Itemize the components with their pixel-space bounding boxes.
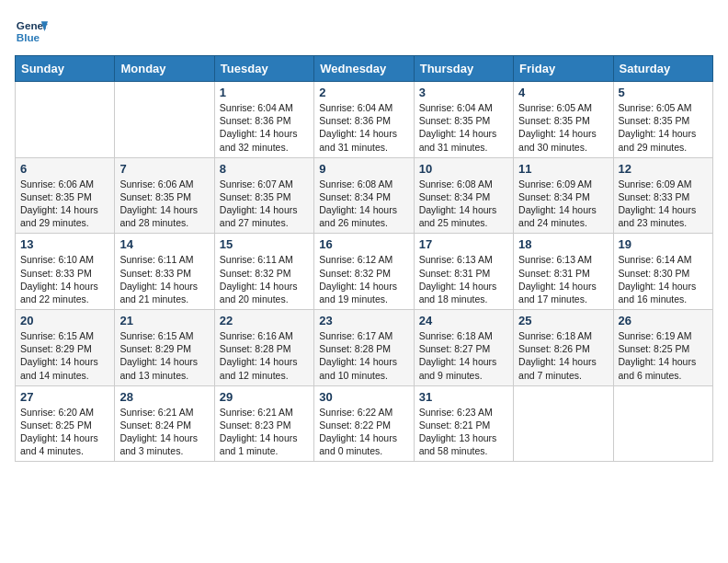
- calendar-cell: 30Sunrise: 6:22 AMSunset: 8:22 PMDayligh…: [314, 385, 414, 462]
- day-number: 2: [319, 86, 408, 99]
- day-number: 19: [619, 237, 708, 251]
- calendar-cell: 21Sunrise: 6:15 AMSunset: 8:29 PMDayligh…: [115, 310, 214, 386]
- calendar-table: SundayMondayTuesdayWednesdayThursdayFrid…: [15, 55, 713, 462]
- day-number: 15: [220, 237, 309, 251]
- day-info: Sunrise: 6:10 AMSunset: 8:33 PMDaylight:…: [20, 253, 109, 305]
- day-number: 24: [419, 314, 508, 327]
- day-number: 6: [20, 162, 109, 176]
- day-info: Sunrise: 6:06 AMSunset: 8:35 PMDaylight:…: [119, 178, 209, 230]
- calendar-cell: 12Sunrise: 6:09 AMSunset: 8:33 PMDayligh…: [613, 157, 712, 234]
- day-number: 7: [119, 162, 209, 176]
- day-number: 20: [20, 314, 109, 327]
- day-number: 29: [220, 390, 309, 404]
- day-info: Sunrise: 6:20 AMSunset: 8:25 PMDaylight:…: [20, 406, 109, 458]
- day-info: Sunrise: 6:04 AMSunset: 8:36 PMDaylight:…: [319, 101, 408, 154]
- calendar-cell: 24Sunrise: 6:18 AMSunset: 8:27 PMDayligh…: [414, 310, 513, 386]
- day-info: Sunrise: 6:13 AMSunset: 8:31 PMDaylight:…: [518, 253, 608, 305]
- day-number: 26: [619, 314, 708, 327]
- day-number: 11: [518, 162, 608, 176]
- calendar-cell: 31Sunrise: 6:23 AMSunset: 8:21 PMDayligh…: [414, 385, 513, 462]
- day-info: Sunrise: 6:18 AMSunset: 8:27 PMDaylight:…: [419, 329, 508, 382]
- calendar-cell: 7Sunrise: 6:06 AMSunset: 8:35 PMDaylight…: [115, 157, 214, 234]
- day-info: Sunrise: 6:11 AMSunset: 8:33 PMDaylight:…: [119, 253, 209, 305]
- calendar-cell: 28Sunrise: 6:21 AMSunset: 8:24 PMDayligh…: [115, 385, 214, 462]
- calendar-header: SundayMondayTuesdayWednesdayThursdayFrid…: [16, 56, 713, 82]
- day-info: Sunrise: 6:15 AMSunset: 8:29 PMDaylight:…: [20, 329, 109, 382]
- day-info: Sunrise: 6:19 AMSunset: 8:25 PMDaylight:…: [619, 329, 708, 382]
- calendar-cell: 13Sunrise: 6:10 AMSunset: 8:33 PMDayligh…: [16, 234, 115, 310]
- day-info: Sunrise: 6:08 AMSunset: 8:34 PMDaylight:…: [419, 178, 508, 230]
- col-header-monday: Monday: [115, 56, 214, 82]
- calendar-cell: 15Sunrise: 6:11 AMSunset: 8:32 PMDayligh…: [214, 234, 313, 310]
- calendar-cell: 17Sunrise: 6:13 AMSunset: 8:31 PMDayligh…: [414, 234, 513, 310]
- day-number: 27: [20, 390, 109, 404]
- calendar-cell: 20Sunrise: 6:15 AMSunset: 8:29 PMDayligh…: [16, 310, 115, 386]
- day-number: 17: [419, 237, 508, 251]
- calendar-week-5: 27Sunrise: 6:20 AMSunset: 8:25 PMDayligh…: [16, 385, 713, 462]
- day-info: Sunrise: 6:17 AMSunset: 8:28 PMDaylight:…: [319, 329, 408, 382]
- svg-text:Blue: Blue: [17, 31, 40, 43]
- calendar-cell: [16, 82, 115, 158]
- day-info: Sunrise: 6:22 AMSunset: 8:22 PMDaylight:…: [319, 406, 408, 458]
- col-header-wednesday: Wednesday: [314, 56, 414, 82]
- calendar-cell: 1Sunrise: 6:04 AMSunset: 8:36 PMDaylight…: [214, 82, 313, 158]
- day-number: 5: [619, 86, 708, 99]
- day-number: 28: [119, 390, 209, 404]
- logo-icon: General Blue: [15, 15, 48, 48]
- day-number: 9: [319, 162, 408, 176]
- calendar-cell: 9Sunrise: 6:08 AMSunset: 8:34 PMDaylight…: [314, 157, 414, 234]
- day-number: 3: [419, 86, 508, 99]
- day-number: 4: [518, 86, 608, 99]
- day-info: Sunrise: 6:09 AMSunset: 8:33 PMDaylight:…: [619, 178, 708, 230]
- calendar-cell: 29Sunrise: 6:21 AMSunset: 8:23 PMDayligh…: [214, 385, 313, 462]
- day-number: 12: [619, 162, 708, 176]
- day-info: Sunrise: 6:14 AMSunset: 8:30 PMDaylight:…: [619, 253, 708, 305]
- day-number: 31: [419, 390, 508, 404]
- day-info: Sunrise: 6:15 AMSunset: 8:29 PMDaylight:…: [119, 329, 209, 382]
- calendar-week-4: 20Sunrise: 6:15 AMSunset: 8:29 PMDayligh…: [16, 310, 713, 386]
- day-info: Sunrise: 6:05 AMSunset: 8:35 PMDaylight:…: [518, 101, 608, 154]
- calendar-cell: 2Sunrise: 6:04 AMSunset: 8:36 PMDaylight…: [314, 82, 414, 158]
- day-info: Sunrise: 6:12 AMSunset: 8:32 PMDaylight:…: [319, 253, 408, 305]
- logo: General Blue: [15, 15, 48, 48]
- calendar-cell: [115, 82, 214, 158]
- calendar-cell: 8Sunrise: 6:07 AMSunset: 8:35 PMDaylight…: [214, 157, 313, 234]
- calendar-cell: 16Sunrise: 6:12 AMSunset: 8:32 PMDayligh…: [314, 234, 414, 310]
- day-info: Sunrise: 6:08 AMSunset: 8:34 PMDaylight:…: [319, 178, 408, 230]
- calendar-cell: 22Sunrise: 6:16 AMSunset: 8:28 PMDayligh…: [214, 310, 313, 386]
- day-number: 30: [319, 390, 408, 404]
- calendar-cell: 26Sunrise: 6:19 AMSunset: 8:25 PMDayligh…: [613, 310, 712, 386]
- calendar-cell: 19Sunrise: 6:14 AMSunset: 8:30 PMDayligh…: [613, 234, 712, 310]
- day-info: Sunrise: 6:05 AMSunset: 8:35 PMDaylight:…: [619, 101, 708, 154]
- day-info: Sunrise: 6:21 AMSunset: 8:23 PMDaylight:…: [220, 406, 309, 458]
- page-header: General Blue: [15, 15, 713, 48]
- day-number: 21: [119, 314, 209, 327]
- day-number: 23: [319, 314, 408, 327]
- day-info: Sunrise: 6:04 AMSunset: 8:35 PMDaylight:…: [419, 101, 508, 154]
- day-number: 16: [319, 237, 408, 251]
- col-header-saturday: Saturday: [613, 56, 712, 82]
- day-number: 10: [419, 162, 508, 176]
- calendar-cell: 6Sunrise: 6:06 AMSunset: 8:35 PMDaylight…: [16, 157, 115, 234]
- day-info: Sunrise: 6:09 AMSunset: 8:34 PMDaylight:…: [518, 178, 608, 230]
- day-info: Sunrise: 6:04 AMSunset: 8:36 PMDaylight:…: [220, 101, 309, 154]
- day-number: 1: [220, 86, 309, 99]
- day-number: 18: [518, 237, 608, 251]
- col-header-sunday: Sunday: [16, 56, 115, 82]
- calendar-cell: 4Sunrise: 6:05 AMSunset: 8:35 PMDaylight…: [514, 82, 613, 158]
- calendar-cell: [514, 385, 613, 462]
- calendar-cell: 10Sunrise: 6:08 AMSunset: 8:34 PMDayligh…: [414, 157, 513, 234]
- calendar-cell: [613, 385, 712, 462]
- calendar-cell: 11Sunrise: 6:09 AMSunset: 8:34 PMDayligh…: [514, 157, 613, 234]
- calendar-week-3: 13Sunrise: 6:10 AMSunset: 8:33 PMDayligh…: [16, 234, 713, 310]
- calendar-cell: 27Sunrise: 6:20 AMSunset: 8:25 PMDayligh…: [16, 385, 115, 462]
- day-number: 13: [20, 237, 109, 251]
- day-info: Sunrise: 6:18 AMSunset: 8:26 PMDaylight:…: [518, 329, 608, 382]
- calendar-cell: 5Sunrise: 6:05 AMSunset: 8:35 PMDaylight…: [613, 82, 712, 158]
- day-info: Sunrise: 6:06 AMSunset: 8:35 PMDaylight:…: [20, 178, 109, 230]
- col-header-tuesday: Tuesday: [214, 56, 313, 82]
- calendar-cell: 18Sunrise: 6:13 AMSunset: 8:31 PMDayligh…: [514, 234, 613, 310]
- calendar-cell: 23Sunrise: 6:17 AMSunset: 8:28 PMDayligh…: [314, 310, 414, 386]
- day-number: 8: [220, 162, 309, 176]
- calendar-week-2: 6Sunrise: 6:06 AMSunset: 8:35 PMDaylight…: [16, 157, 713, 234]
